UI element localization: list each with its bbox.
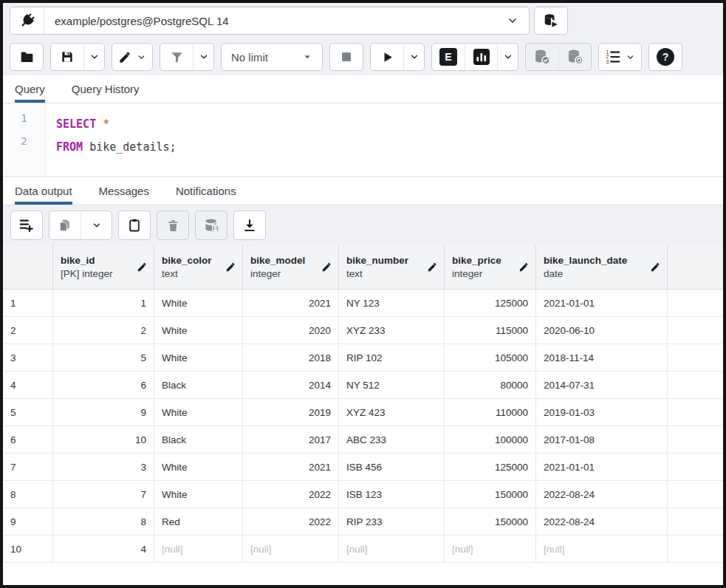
save-options-button[interactable] [83, 44, 104, 70]
cell[interactable]: White [154, 481, 243, 507]
cell[interactable]: 100000 [445, 426, 536, 453]
cell[interactable]: 2019-01-03 [536, 399, 668, 425]
save-data-changes-button[interactable] [196, 211, 227, 239]
sql-editor[interactable]: 12 SELECT *FROM bike_details; [3, 103, 723, 177]
cell[interactable]: 4 [53, 536, 154, 562]
cell[interactable]: [null] [154, 536, 243, 562]
tab-messages[interactable]: Messages [99, 177, 149, 205]
explain-options-button[interactable] [497, 44, 518, 70]
cell[interactable]: 2 [53, 317, 154, 343]
cell[interactable]: [null] [339, 536, 445, 562]
save-file-button[interactable] [51, 44, 83, 70]
tab-query-history[interactable]: Query History [72, 75, 140, 103]
cell[interactable]: ISB 456 [339, 454, 445, 480]
open-file-button[interactable] [10, 44, 43, 70]
cell[interactable]: 2021 [243, 454, 339, 480]
select-all-header-cell[interactable] [3, 245, 53, 289]
cell[interactable]: XYZ 233 [339, 317, 445, 343]
cell[interactable]: 10 [53, 426, 154, 453]
cell[interactable]: 2022-08-24 [536, 481, 668, 507]
cell[interactable]: 2021 [243, 290, 339, 316]
cell[interactable]: 2022 [243, 508, 339, 535]
cell[interactable]: 2014 [243, 372, 339, 398]
copy-options-button[interactable] [81, 211, 112, 239]
column-header-bike_color[interactable]: bike_colortext [154, 245, 243, 289]
cell[interactable]: 150000 [445, 481, 536, 507]
cell[interactable]: 2019 [243, 399, 339, 425]
cell[interactable]: RIP 102 [339, 344, 445, 371]
cell[interactable]: 2021-01-01 [536, 454, 668, 480]
sql-code-line[interactable]: SELECT * [56, 112, 723, 135]
cell[interactable]: XYZ 423 [339, 399, 445, 425]
explain-button[interactable]: E [432, 44, 465, 70]
column-header-bike_launch_date[interactable]: bike_launch_datedate [536, 245, 668, 289]
sql-code-line[interactable]: FROM bike_details; [56, 135, 723, 158]
cell[interactable]: Red [154, 508, 243, 535]
cell[interactable]: 1 [53, 290, 154, 316]
cell[interactable]: 6 [53, 372, 154, 398]
cell[interactable]: Black [154, 426, 243, 453]
row-number[interactable]: 9 [3, 508, 53, 535]
cell[interactable]: 2014-07-31 [536, 372, 668, 398]
cell[interactable]: White [154, 399, 243, 425]
cell[interactable]: 2021-01-01 [536, 290, 668, 316]
row-number[interactable]: 4 [3, 372, 53, 398]
tab-notifications[interactable]: Notifications [176, 177, 236, 205]
cell[interactable]: 110000 [445, 399, 536, 425]
row-number[interactable]: 3 [3, 344, 53, 371]
commit-button[interactable] [526, 44, 558, 70]
row-number[interactable]: 2 [3, 317, 53, 343]
cell[interactable]: 115000 [445, 317, 536, 343]
explain-analyze-button[interactable] [465, 44, 497, 70]
cell[interactable]: 2017-01-08 [536, 426, 668, 453]
cell[interactable]: 2022-08-24 [536, 508, 668, 535]
tab-data-output[interactable]: Data output [15, 177, 72, 205]
cell[interactable]: White [154, 290, 243, 316]
cell[interactable]: White [154, 344, 243, 371]
connection-selector[interactable]: example/postgres@PostgreSQL 14 [44, 7, 529, 34]
cell[interactable]: 125000 [445, 454, 536, 480]
connection-status-button[interactable] [10, 7, 44, 34]
cell[interactable]: 80000 [445, 372, 536, 398]
row-number[interactable]: 7 [3, 454, 53, 480]
copy-button[interactable] [49, 211, 81, 239]
stop-button[interactable] [330, 44, 363, 70]
cell[interactable]: ISB 123 [339, 481, 445, 507]
column-header-bike_price[interactable]: bike_priceinteger [445, 245, 536, 289]
edit-button[interactable] [112, 44, 152, 70]
cell[interactable]: 3 [53, 454, 154, 480]
tab-query[interactable]: Query [15, 75, 45, 103]
cell[interactable]: NY 123 [339, 290, 445, 316]
column-header-bike_id[interactable]: bike_id[PK] integer [53, 245, 154, 289]
cell[interactable]: [null] [445, 536, 536, 562]
add-row-button[interactable] [11, 211, 42, 239]
macros-button[interactable]: 123 [599, 44, 641, 70]
column-header-bike_number[interactable]: bike_numbertext [339, 245, 445, 289]
new-connection-button[interactable] [534, 7, 568, 35]
row-number[interactable]: 8 [3, 481, 53, 507]
column-header-bike_model[interactable]: bike_modelinteger [243, 245, 339, 289]
cell[interactable]: 2022 [243, 481, 339, 507]
cell[interactable]: 7 [53, 481, 154, 507]
row-limit-select[interactable]: No limit [222, 44, 322, 70]
save-results-to-file-button[interactable] [234, 211, 265, 239]
row-number[interactable]: 1 [3, 290, 53, 316]
paste-button[interactable] [119, 211, 150, 239]
row-number[interactable]: 10 [3, 536, 53, 562]
cell[interactable]: 125000 [445, 290, 536, 316]
cell[interactable]: 105000 [445, 344, 536, 371]
delete-row-button[interactable] [157, 211, 188, 239]
rollback-button[interactable] [558, 44, 591, 70]
execute-query-button[interactable] [371, 44, 403, 70]
cell[interactable]: Black [154, 372, 243, 398]
help-button[interactable]: ? [649, 44, 682, 70]
cell[interactable]: 2020 [243, 317, 339, 343]
cell[interactable]: 9 [53, 399, 154, 425]
cell[interactable]: 150000 [445, 508, 536, 535]
cell[interactable]: 2017 [243, 426, 339, 453]
sql-code-area[interactable]: SELECT *FROM bike_details; [46, 103, 723, 176]
cell[interactable]: [null] [536, 536, 668, 562]
row-number[interactable]: 5 [3, 399, 53, 425]
cell[interactable]: 2018-11-14 [536, 344, 668, 371]
cell[interactable]: 8 [53, 508, 154, 535]
